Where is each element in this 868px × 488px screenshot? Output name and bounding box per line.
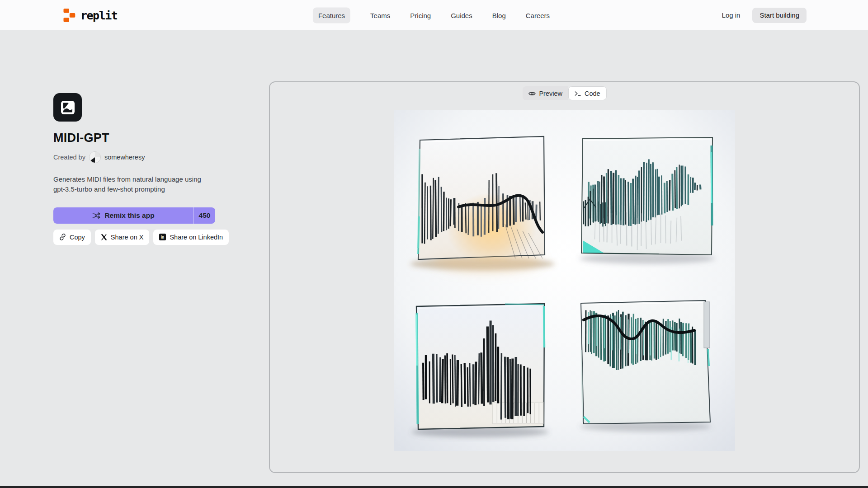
copy-button-label: Copy <box>70 234 85 241</box>
start-building-button[interactable]: Start building <box>752 8 807 23</box>
top-header: replit Features Teams Pricing Guides Blo… <box>0 0 868 30</box>
remix-this-app-button[interactable]: Remix this app 450 <box>53 207 215 224</box>
code-tab-label: Code <box>585 90 600 97</box>
tab-code[interactable]: Code <box>568 86 607 100</box>
share-on-x-button[interactable]: Share on X <box>95 230 150 245</box>
nav-item-guides[interactable]: Guides <box>451 11 472 19</box>
created-by-label: Created by <box>53 154 85 161</box>
preview-panel: Preview Code <box>269 81 860 473</box>
app-icon <box>53 93 82 122</box>
main-nav: Features Teams Pricing Guides Blog Caree… <box>313 7 550 23</box>
terminal-icon <box>575 91 581 96</box>
nav-item-teams[interactable]: Teams <box>370 11 390 19</box>
link-icon <box>59 234 66 240</box>
logo-wordmark: replit <box>80 9 117 22</box>
linkedin-in-glyph: in <box>161 235 165 239</box>
app-info-column: MIDI-GPT Created by somewheresy Generate… <box>53 93 215 245</box>
share-on-linkedin-button[interactable]: in Share on LinkedIn <box>153 230 229 245</box>
copy-button[interactable]: Copy <box>53 230 91 245</box>
login-link[interactable]: Log in <box>722 11 741 19</box>
footer-strip <box>0 486 868 488</box>
preview-tab-label: Preview <box>539 90 562 97</box>
remix-button-label: Remix this app <box>104 211 154 220</box>
eye-icon <box>528 91 535 96</box>
nav-item-pricing[interactable]: Pricing <box>410 11 431 19</box>
creator-username[interactable]: somewheresy <box>104 154 145 161</box>
header-right: Log in Start building <box>722 8 807 23</box>
nav-item-blog[interactable]: Blog <box>492 11 506 19</box>
replit-logo-icon <box>63 8 75 22</box>
page-title: MIDI-GPT <box>53 131 215 145</box>
app-preview-artwork <box>394 110 735 451</box>
app-image-icon <box>59 99 77 117</box>
view-mode-tabs: Preview Code <box>522 86 606 100</box>
remix-button-main[interactable]: Remix this app <box>53 207 193 224</box>
creator-avatar[interactable] <box>89 151 101 163</box>
nav-item-features[interactable]: Features <box>313 7 350 23</box>
remix-count-badge[interactable]: 450 <box>193 207 215 224</box>
replit-logo[interactable]: replit <box>63 8 117 22</box>
nav-item-careers[interactable]: Careers <box>526 11 550 19</box>
shuffle-icon <box>92 212 100 219</box>
share-x-label: Share on X <box>111 234 144 241</box>
share-linkedin-label: Share on LinkedIn <box>170 234 223 241</box>
linkedin-icon: in <box>159 234 166 240</box>
avatar-graphic <box>90 152 100 163</box>
x-logo-icon <box>101 234 107 240</box>
share-row: Copy Share on X in Share on LinkedIn <box>53 230 215 245</box>
created-by-row: Created by somewheresy <box>53 151 215 163</box>
app-description: Generates MIDI files from natural langua… <box>53 174 211 194</box>
tab-preview[interactable]: Preview <box>522 86 568 100</box>
